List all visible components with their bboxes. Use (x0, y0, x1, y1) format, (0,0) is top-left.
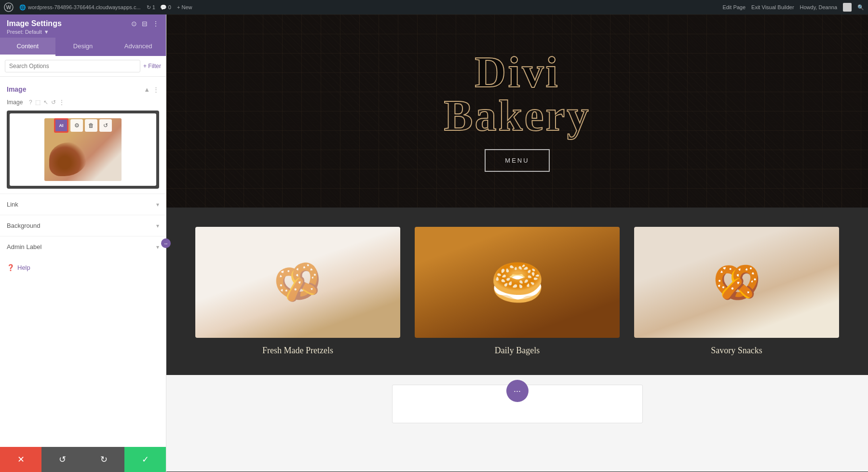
bottom-section: ··· (166, 375, 868, 472)
image-section: Image ▲ ⋮ Image ? ⬚ ↖ ↺ ⋮ (0, 82, 166, 189)
link-section: Link ▾ (0, 194, 166, 215)
refresh-icon[interactable]: ↻ 1 (147, 4, 155, 11)
chevron-down-icon: ▼ (44, 29, 49, 35)
help-icon[interactable]: ? (29, 99, 32, 106)
hero-title-line1: Divi (444, 51, 591, 94)
new-button[interactable]: + New (177, 4, 192, 10)
admin-bar-right: Edit Page Exit Visual Builder Howdy, Dea… (722, 3, 864, 12)
reset-icon[interactable]: ↺ (51, 99, 56, 106)
section-controls: ▲ ⋮ (144, 86, 159, 93)
image-toolbar: AI ⚙ 🗑 ↺ (54, 118, 112, 133)
undo-icon: ↺ (59, 454, 66, 465)
image-delete-button[interactable]: 🗑 (85, 119, 97, 132)
preset-selector[interactable]: Preset: Default ▼ (7, 29, 159, 35)
image-field-row: Image ? ⬚ ↖ ↺ ⋮ (7, 97, 159, 108)
product-name-bagels: Daily Bagels (495, 346, 540, 356)
link-section-header[interactable]: Link ▾ (7, 194, 159, 215)
admin-label-section-title: Admin Label (7, 243, 41, 250)
hero-content: Divi Bakery MENU (444, 51, 591, 172)
snacks-image (634, 227, 839, 338)
user-avatar (843, 3, 852, 12)
user-greeting: Howdy, Deanna (800, 4, 837, 10)
image-field-label: Image (7, 99, 26, 106)
resize-handle[interactable]: ↔ (161, 238, 171, 248)
redo-icon: ↻ (100, 454, 108, 465)
help-label: Help (17, 264, 30, 271)
tab-content[interactable]: Content (0, 38, 55, 56)
products-grid: Fresh Made Pretzels Daily Bagels Savory … (195, 227, 839, 356)
globe-icon: 🌐 (19, 4, 26, 11)
admin-label-section: Admin Label ▾ (0, 236, 166, 257)
fab-button[interactable]: ··· (506, 380, 529, 402)
admin-label-chevron-icon: ▾ (156, 244, 159, 250)
link-section-title: Link (7, 201, 18, 208)
panel-content: Image ▲ ⋮ Image ? ⬚ ↖ ↺ ⋮ (0, 77, 166, 447)
panel-footer: ✕ ↺ ↻ ✓ (0, 447, 166, 472)
image-upload-box[interactable]: AI ⚙ 🗑 ↺ (7, 111, 159, 189)
redo-button[interactable]: ↻ (83, 447, 124, 472)
search-icon[interactable]: 🔍 (857, 4, 864, 11)
background-section-title: Background (7, 222, 40, 229)
wp-admin-bar: W 🌐 wordpress-784896-3766464.cloudwaysap… (0, 0, 868, 14)
cursor-icon[interactable]: ↖ (43, 99, 48, 106)
panel-title: Image Settings (7, 19, 62, 28)
panel-header-icons: ⊙ ⊟ ⋮ (131, 20, 159, 28)
pretzels-image (195, 227, 400, 338)
help-section[interactable]: ❓ Help (0, 257, 166, 278)
settings-panel: Image Settings ⊙ ⊟ ⋮ Preset: Default ▼ C… (0, 14, 166, 472)
layout-icon[interactable]: ⊟ (142, 20, 148, 28)
help-circle-icon: ❓ (7, 264, 14, 271)
cancel-button[interactable]: ✕ (0, 447, 41, 472)
background-section: Background ▾ (0, 215, 166, 236)
comment-icon[interactable]: 💬 0 (160, 4, 171, 11)
section-more-icon[interactable]: ⋮ (153, 86, 159, 93)
focus-icon[interactable]: ⊙ (131, 20, 137, 28)
panel-tabs: Content Design Advanced (0, 38, 166, 56)
product-name-pretzels: Fresh Made Pretzels (262, 346, 333, 356)
image-undo-button[interactable]: ↺ (99, 119, 112, 132)
site-url[interactable]: 🌐 wordpress-784896-3766464.cloudwaysapps… (19, 4, 141, 11)
product-image-snacks (634, 227, 839, 338)
product-image-pretzels (195, 227, 400, 338)
more-options-icon[interactable]: ⋮ (152, 20, 159, 28)
panel-header: Image Settings ⊙ ⊟ ⋮ Preset: Default ▼ (0, 14, 166, 38)
image-preview: AI ⚙ 🗑 ↺ (10, 113, 156, 186)
background-section-header[interactable]: Background ▾ (7, 215, 159, 236)
image-settings-button[interactable]: ⚙ (70, 119, 83, 132)
save-button[interactable]: ✓ (124, 447, 166, 472)
filter-button[interactable]: + Filter (143, 63, 161, 69)
search-input[interactable] (5, 60, 140, 72)
exit-builder-link[interactable]: Exit Visual Builder (751, 4, 794, 10)
product-card-bagels: Daily Bagels (415, 227, 620, 356)
ai-generate-button[interactable]: AI (54, 118, 68, 133)
tab-design[interactable]: Design (55, 38, 111, 56)
wp-logo-icon[interactable]: W (4, 2, 14, 12)
tab-advanced[interactable]: Advanced (110, 38, 166, 56)
products-section: Fresh Made Pretzels Daily Bagels Savory … (166, 208, 868, 375)
admin-label-section-header[interactable]: Admin Label ▾ (7, 236, 159, 257)
menu-button[interactable]: MENU (485, 149, 549, 172)
cancel-icon: ✕ (17, 454, 25, 465)
undo-button[interactable]: ↺ (41, 447, 83, 472)
device-icon[interactable]: ⬚ (35, 99, 41, 106)
field-more-icon[interactable]: ⋮ (59, 99, 65, 106)
canvas-area: Divi Bakery MENU Fresh Made Pretzels (166, 14, 868, 472)
save-icon: ✓ (142, 454, 149, 465)
svg-text:W: W (6, 4, 12, 10)
background-chevron-icon: ▾ (156, 222, 159, 229)
product-image-bagels (415, 227, 620, 338)
product-card-snacks: Savory Snacks (634, 227, 839, 356)
admin-bar-icons: ↻ 1 💬 0 (147, 4, 171, 11)
bagels-image (415, 227, 620, 338)
product-card-pretzels: Fresh Made Pretzels (195, 227, 400, 356)
hero-title-line2: Bakery (444, 94, 591, 138)
search-row: + Filter (0, 56, 166, 77)
hero-section: Divi Bakery MENU (166, 14, 868, 208)
product-name-snacks: Savory Snacks (711, 346, 762, 356)
edit-page-link[interactable]: Edit Page (722, 4, 746, 10)
link-chevron-icon: ▾ (156, 201, 159, 208)
image-section-title: Image (7, 85, 26, 93)
collapse-icon[interactable]: ▲ (144, 86, 150, 93)
